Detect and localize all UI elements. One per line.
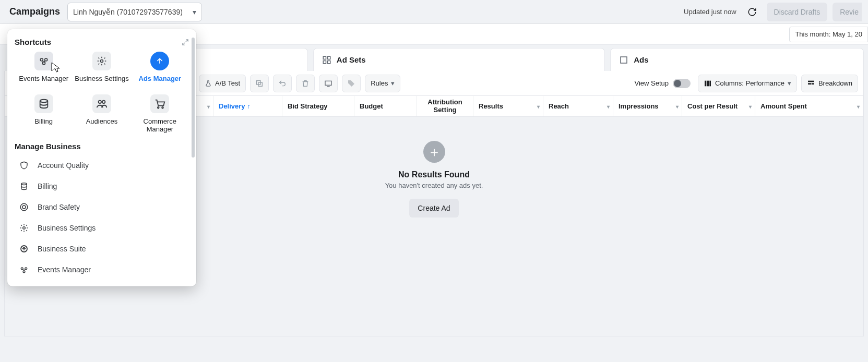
expand-icon[interactable]: [182, 39, 189, 46]
shortcuts-panel: Shortcuts Events Manager Business Settin…: [7, 29, 196, 286]
refresh-icon: [747, 7, 757, 17]
col-budget[interactable]: Budget: [354, 96, 417, 116]
account-selector[interactable]: Linh Nguyễn (701072973577639) ▾: [67, 3, 202, 21]
svg-point-19: [99, 100, 102, 103]
events-manager-icon: [19, 265, 29, 274]
col-bid-strategy-label: Bid Strategy: [288, 102, 328, 110]
mb-business-suite[interactable]: Business Suite: [15, 238, 189, 259]
col-delivery[interactable]: Delivery↑: [213, 96, 282, 116]
rules-label: Rules: [371, 79, 388, 87]
shortcut-ads-manager-label: Ads Manager: [139, 75, 182, 83]
create-ad-button[interactable]: Create Ad: [409, 199, 458, 218]
shortcut-commerce-manager[interactable]: Commerce Manager: [131, 94, 189, 134]
billing-icon: [19, 182, 29, 191]
panel-scrollbar[interactable]: [192, 34, 195, 281]
shortcut-events-manager[interactable]: Events Manager: [15, 52, 73, 83]
audiences-icon: [96, 98, 108, 110]
svg-point-16: [42, 62, 45, 65]
svg-point-20: [102, 100, 105, 103]
undo-icon: [278, 79, 287, 88]
ads-manager-icon: [156, 57, 164, 65]
breakdown-icon: [807, 79, 815, 88]
shortcut-business-settings-label: Business Settings: [75, 75, 128, 83]
col-impressions-label: Impressions: [619, 102, 659, 110]
svg-point-18: [40, 99, 47, 102]
col-results[interactable]: Results▾: [473, 96, 543, 116]
mb-business-settings[interactable]: Business Settings: [15, 218, 189, 238]
tag-icon: [347, 79, 355, 88]
refresh-button[interactable]: [743, 3, 762, 21]
updated-status: Updated just now: [684, 8, 736, 16]
empty-title: No Results Found: [398, 170, 470, 179]
chevron-down-icon: ▾: [788, 79, 791, 87]
svg-point-28: [21, 268, 23, 270]
date-range-selector[interactable]: This month: May 1, 20: [789, 27, 868, 42]
col-cost-per-result[interactable]: Cost per Result▾: [682, 96, 755, 116]
mb-account-quality[interactable]: Account Quality: [15, 155, 189, 176]
delete-button[interactable]: [296, 75, 315, 92]
rules-button[interactable]: Rules ▾: [365, 75, 400, 92]
mb-billing-label: Billing: [38, 182, 57, 190]
shortcut-ads-manager[interactable]: Ads Manager: [131, 52, 189, 83]
svg-rect-1: [327, 56, 330, 59]
svg-point-17: [100, 60, 103, 63]
svg-rect-7: [325, 81, 331, 85]
undo-button[interactable]: [273, 75, 292, 92]
svg-point-30: [23, 271, 25, 273]
abtest-label: A/B Test: [215, 79, 240, 87]
shortcut-events-manager-label: Events Manager: [19, 75, 68, 83]
adsets-icon: [322, 55, 331, 65]
breakdown-button[interactable]: Breakdown: [801, 75, 858, 92]
mb-business-settings-label: Business Settings: [38, 224, 96, 232]
shortcut-billing[interactable]: Billing: [15, 94, 73, 134]
view-setup-label: View Setup: [634, 79, 669, 87]
svg-point-24: [20, 203, 28, 211]
shortcut-audiences[interactable]: Audiences: [73, 94, 130, 134]
col-bid-strategy[interactable]: Bid Strategy: [282, 96, 354, 116]
abtest-button[interactable]: A/B Test: [199, 75, 246, 92]
date-range-label: This month: May 1, 20: [795, 30, 862, 38]
col-attribution[interactable]: Attribution Setting: [417, 96, 473, 116]
svg-rect-3: [327, 61, 330, 63]
mb-business-suite-label: Business Suite: [38, 245, 86, 253]
tab-adsets[interactable]: Ad Sets: [313, 48, 605, 71]
events-manager-icon: [39, 56, 49, 66]
gear-icon: [19, 223, 29, 233]
tab-adsets-label: Ad Sets: [337, 55, 366, 64]
svg-rect-12: [808, 83, 812, 85]
shortcut-billing-label: Billing: [34, 117, 53, 126]
tab-ads[interactable]: Ads: [610, 48, 864, 71]
svg-rect-4: [621, 57, 627, 63]
mb-brand-safety-label: Brand Safety: [38, 203, 80, 211]
mb-billing[interactable]: Billing: [15, 176, 189, 197]
trash-icon: [301, 79, 310, 88]
brand-safety-icon: [19, 202, 29, 212]
tag-button[interactable]: [342, 75, 361, 92]
view-setup-toggle[interactable]: [673, 79, 691, 88]
col-reach[interactable]: Reach▾: [543, 96, 613, 116]
mb-events-manager-label: Events Manager: [38, 266, 91, 274]
col-impressions[interactable]: Impressions▾: [613, 96, 682, 116]
mb-events-manager[interactable]: Events Manager: [15, 259, 189, 280]
col-reach-label: Reach: [549, 102, 569, 110]
col-delivery-label: Delivery: [219, 102, 245, 110]
export-button[interactable]: [319, 75, 338, 92]
empty-add-icon[interactable]: ＋: [423, 141, 445, 163]
shortcut-business-settings[interactable]: Business Settings: [73, 52, 130, 83]
svg-rect-10: [709, 80, 711, 86]
billing-icon: [38, 98, 50, 110]
columns-button[interactable]: Columns: Performance ▾: [698, 75, 797, 92]
duplicate-button[interactable]: [250, 75, 269, 92]
review-button[interactable]: Revie: [833, 3, 862, 21]
shield-icon: [19, 161, 29, 170]
svg-point-26: [23, 227, 26, 230]
svg-point-25: [22, 206, 26, 209]
svg-rect-13: [812, 83, 814, 85]
discard-drafts-button[interactable]: Discard Drafts: [767, 3, 828, 21]
create-ad-label: Create Ad: [418, 204, 450, 212]
col-amount-spent[interactable]: Amount Spent▾: [755, 96, 863, 116]
columns-label: Columns: Performance: [715, 79, 784, 87]
mb-brand-safety[interactable]: Brand Safety: [15, 197, 189, 218]
col-amount-spent-label: Amount Spent: [760, 102, 807, 110]
export-icon: [324, 79, 332, 88]
